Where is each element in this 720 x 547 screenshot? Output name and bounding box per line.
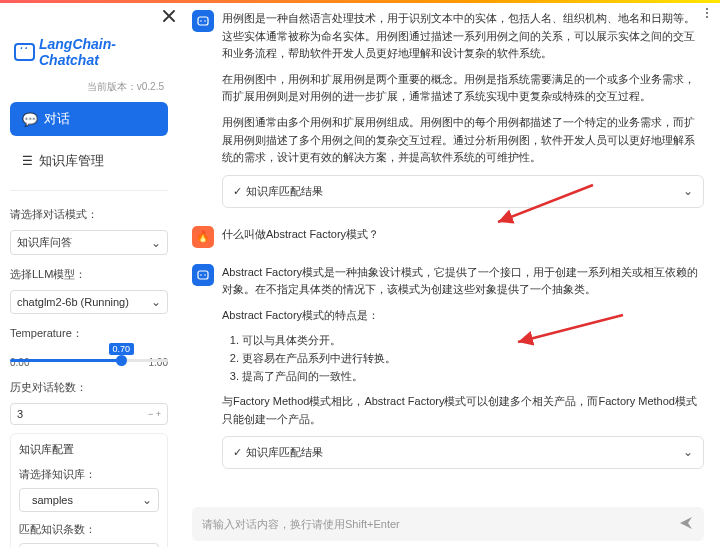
kb-config-panel: 知识库配置 请选择知识库： samples 匹配知识条数： 3 − + 知识匹配… bbox=[10, 433, 168, 547]
ai-message: 用例图是一种自然语言处理技术，用于识别文本中的实体，包括人名、组织机构、地名和日… bbox=[192, 10, 704, 208]
annotation-arrow bbox=[508, 310, 628, 350]
ai-message: Abstract Factory模式是一种抽象设计模式，它提供了一个接口，用于创… bbox=[192, 264, 704, 470]
nav-chat-label: 对话 bbox=[44, 110, 70, 128]
ai-text: Abstract Factory模式的特点是： bbox=[222, 307, 704, 325]
version-line: 当前版本：v0.2.5 bbox=[10, 80, 168, 94]
chat-input[interactable]: 请输入对话内容，换行请使用Shift+Enter bbox=[192, 507, 704, 541]
app-logo: LangChain-Chatchat bbox=[10, 36, 168, 68]
ai-text: 在用例图中，用例和扩展用例是两个重要的概念。用例是指系统需要满足的一个或多个业务… bbox=[222, 71, 704, 106]
temperature-label: Temperature： bbox=[10, 326, 168, 341]
chevron-down-icon bbox=[683, 182, 693, 201]
svg-rect-3 bbox=[198, 271, 208, 279]
divider bbox=[10, 190, 168, 191]
top-gradient bbox=[0, 0, 720, 3]
nav-chat[interactable]: 💬 对话 bbox=[10, 102, 168, 136]
kb-config-title: 知识库配置 bbox=[19, 442, 159, 457]
svg-point-2 bbox=[204, 20, 206, 22]
chevron-down-icon bbox=[151, 295, 161, 309]
ai-avatar-icon bbox=[192, 10, 214, 32]
nav-kb[interactable]: ☰ 知识库管理 bbox=[10, 144, 168, 178]
input-placeholder: 请输入对话内容，换行请使用Shift+Enter bbox=[202, 517, 400, 532]
ai-text: 用例图通常由多个用例和扩展用例组成。用例图中的每个用例都描述了一个特定的业务需求… bbox=[222, 114, 704, 167]
chevron-down-icon bbox=[151, 236, 161, 250]
kb-result-expander[interactable]: ✓知识库匹配结果 bbox=[222, 175, 704, 208]
user-avatar-icon: 🔥 bbox=[192, 226, 214, 248]
user-text: 什么叫做Abstract Factory模式？ bbox=[222, 226, 704, 244]
kb-result-expander[interactable]: ✓知识库匹配结果 bbox=[222, 436, 704, 469]
list-item: 更容易在产品系列中进行转换。 bbox=[242, 350, 704, 368]
stepper-icons: − + bbox=[148, 409, 161, 419]
mode-select[interactable]: 知识库问答 bbox=[10, 230, 168, 255]
ai-text: 用例图是一种自然语言处理技术，用于识别文本中的实体，包括人名、组织机构、地名和日… bbox=[222, 10, 704, 63]
list-item: 可以与具体类分开。 bbox=[242, 332, 704, 350]
svg-point-5 bbox=[204, 274, 206, 276]
llm-label: 选择LLM模型： bbox=[10, 267, 168, 282]
svg-point-4 bbox=[200, 274, 202, 276]
kb-select-label: 请选择知识库： bbox=[19, 467, 159, 482]
nav-kb-label: 知识库管理 bbox=[39, 152, 104, 170]
history-stepper[interactable]: 3 − + bbox=[10, 403, 168, 425]
history-value: 3 bbox=[17, 408, 23, 420]
topk-label: 匹配知识条数： bbox=[19, 522, 159, 537]
topk-stepper[interactable]: 3 − + bbox=[19, 543, 159, 547]
chat-bubble-icon: 💬 bbox=[22, 112, 38, 127]
llm-value: chatglm2-6b (Running) bbox=[17, 296, 129, 308]
ai-avatar-icon bbox=[192, 264, 214, 286]
chevron-down-icon bbox=[142, 493, 152, 507]
mode-value: 知识库问答 bbox=[17, 235, 72, 250]
kb-select-value: samples bbox=[32, 494, 73, 506]
brand-name: LangChain-Chatchat bbox=[39, 36, 168, 68]
logo-icon bbox=[14, 43, 35, 61]
list-icon: ☰ bbox=[22, 154, 33, 168]
llm-select[interactable]: chatglm2-6b (Running) bbox=[10, 290, 168, 314]
ai-text: Abstract Factory模式是一种抽象设计模式，它提供了一个接口，用于创… bbox=[222, 264, 704, 299]
kebab-menu-icon[interactable] bbox=[706, 8, 708, 18]
chat-area: 用例图是一种自然语言处理技术，用于识别文本中的实体，包括人名、组织机构、地名和日… bbox=[178, 0, 720, 547]
mode-label: 请选择对话模式： bbox=[10, 207, 168, 222]
annotation-arrow bbox=[488, 180, 598, 230]
history-label: 历史对话轮数： bbox=[10, 380, 168, 395]
close-sidebar-icon[interactable] bbox=[163, 10, 175, 25]
kb-select[interactable]: samples bbox=[19, 488, 159, 512]
ai-text: 与Factory Method模式相比，Abstract Factory模式可以… bbox=[222, 393, 704, 428]
svg-point-1 bbox=[200, 20, 202, 22]
sidebar: LangChain-Chatchat 当前版本：v0.2.5 💬 对话 ☰ 知识… bbox=[0, 0, 178, 547]
send-icon[interactable] bbox=[678, 515, 694, 533]
list-item: 提高了产品间的一致性。 bbox=[242, 368, 704, 386]
svg-rect-0 bbox=[198, 17, 208, 25]
chevron-down-icon bbox=[683, 443, 693, 462]
user-message: 🔥 什么叫做Abstract Factory模式？ bbox=[192, 226, 704, 252]
